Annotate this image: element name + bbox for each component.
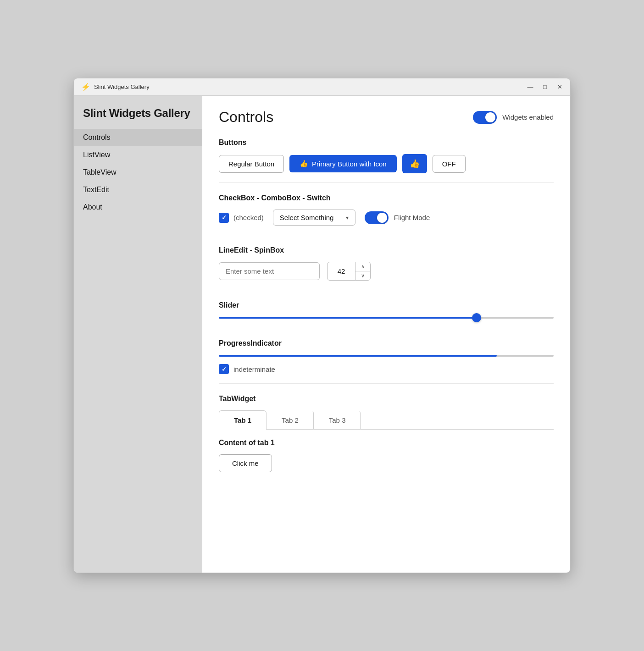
indeterminate-row: ✓ indeterminate [219, 364, 554, 374]
checkbox[interactable]: ✓ [219, 213, 229, 223]
checkbox-label: (checked) [233, 214, 264, 221]
progress-bar-track [219, 355, 554, 357]
window-controls: — □ ✕ [527, 84, 563, 90]
progress-section-header: ProgressIndicator [219, 339, 554, 348]
section-divider-1 [219, 182, 554, 183]
line-edit-input[interactable] [219, 262, 320, 280]
widgets-enabled-label: Widgets enabled [502, 113, 554, 121]
checkbox-combobox-row: ✓ (checked) Select Something ▾ Flight Mo… [219, 210, 554, 226]
tab-widget: Tab 1 Tab 2 Tab 3 Content of tab 1 Click… [219, 410, 554, 481]
checkbox-item: ✓ (checked) [219, 213, 264, 223]
primary-button-label: Primary Button with Icon [312, 160, 387, 168]
titlebar-text: Slint Widgets Gallery [94, 83, 150, 90]
combobox[interactable]: Select Something ▾ [273, 210, 355, 226]
tab-1[interactable]: Tab 1 [219, 410, 266, 430]
section-divider-4 [219, 328, 554, 328]
click-me-button[interactable]: Click me [219, 454, 272, 472]
slider-section-header: Slider [219, 301, 554, 309]
combobox-arrow-icon: ▾ [346, 215, 349, 221]
checkmark-icon: ✓ [222, 214, 227, 221]
sidebar-item-tableview[interactable]: TableView [74, 164, 202, 181]
minimize-button[interactable]: — [527, 84, 533, 90]
slider-track[interactable] [219, 317, 554, 319]
widgets-enabled-toggle[interactable] [473, 111, 497, 124]
app-icon: ⚡ [81, 83, 90, 91]
off-button[interactable]: OFF [433, 155, 466, 173]
flight-mode-row: Flight Mode [365, 211, 430, 224]
main-header: Controls Widgets enabled [219, 109, 554, 126]
sidebar-item-listview[interactable]: ListView [74, 146, 202, 164]
tab-content-label: Content of tab 1 [219, 439, 554, 447]
slider-container [219, 317, 554, 319]
app-window: ⚡ Slint Widgets Gallery — □ ✕ Slint Widg… [73, 78, 571, 573]
icon-only-emoji: 👍 [410, 159, 420, 168]
sidebar-item-controls[interactable]: Controls [74, 129, 202, 146]
regular-button[interactable]: Regular Button [219, 155, 284, 173]
flight-toggle-knob [377, 213, 387, 223]
primary-button[interactable]: 👍 Primary Button with Icon [289, 155, 397, 172]
close-button[interactable]: ✕ [556, 84, 563, 90]
indeterminate-checkmark-icon: ✓ [222, 366, 227, 373]
sidebar-item-textedit[interactable]: TextEdit [74, 181, 202, 199]
section-divider-3 [219, 290, 554, 290]
tab-bar: Tab 1 Tab 2 Tab 3 [219, 410, 554, 430]
sidebar-title: Slint Widgets Gallery [74, 99, 202, 129]
indeterminate-checkbox[interactable]: ✓ [219, 364, 229, 374]
section-divider-2 [219, 235, 554, 235]
flight-mode-label: Flight Mode [394, 214, 430, 221]
tab-content: Content of tab 1 Click me [219, 430, 554, 481]
spinbox-buttons: ∧ ∨ [355, 262, 370, 280]
indeterminate-label: indeterminate [233, 365, 275, 373]
progress-bar-fill [219, 355, 497, 357]
tabwidget-section-header: TabWidget [219, 395, 554, 403]
main-content: Controls Widgets enabled Buttons Regular… [202, 96, 570, 573]
buttons-section-header: Buttons [219, 138, 554, 147]
spinbox-up-button[interactable]: ∧ [355, 262, 370, 271]
icon-only-button[interactable]: 👍 [402, 154, 427, 173]
lineedit-section-header: LineEdit - SpinBox [219, 246, 554, 254]
checkbox-section-header: CheckBox - ComboBox - Switch [219, 194, 554, 202]
progress-container: ✓ indeterminate [219, 355, 554, 374]
primary-button-icon: 👍 [300, 160, 308, 168]
sidebar: Slint Widgets Gallery Controls ListView … [74, 96, 202, 573]
flight-mode-toggle[interactable] [365, 211, 389, 224]
spinbox-down-button[interactable]: ∨ [355, 271, 370, 280]
spinbox-value: 42 [328, 263, 355, 280]
page-title: Controls [219, 109, 273, 126]
combobox-value: Select Something [280, 214, 341, 221]
maximize-button[interactable]: □ [542, 84, 548, 90]
lineedit-spinbox-row: 42 ∧ ∨ [219, 262, 554, 281]
buttons-row: Regular Button 👍 Primary Button with Ico… [219, 154, 554, 173]
widgets-enabled-row: Widgets enabled [473, 111, 554, 124]
section-divider-5 [219, 383, 554, 384]
slider-thumb[interactable] [472, 313, 481, 322]
titlebar: ⚡ Slint Widgets Gallery — □ ✕ [74, 78, 570, 96]
tab-2[interactable]: Tab 2 [266, 410, 314, 430]
spinbox: 42 ∧ ∨ [327, 262, 371, 281]
toggle-knob [485, 112, 495, 122]
sidebar-item-about[interactable]: About [74, 199, 202, 216]
app-body: Slint Widgets Gallery Controls ListView … [74, 96, 570, 573]
slider-fill [219, 317, 477, 319]
tab-3[interactable]: Tab 3 [314, 410, 361, 430]
